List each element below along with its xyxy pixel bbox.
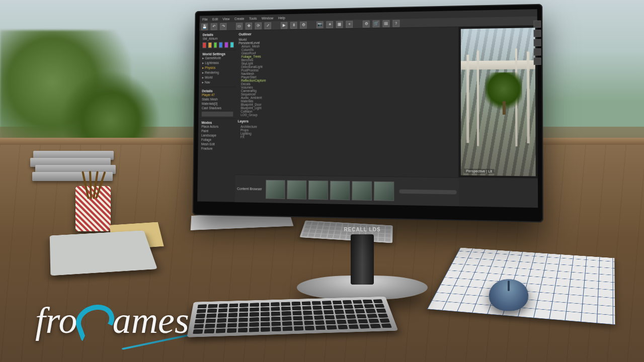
mode-item[interactable]: Mesh Edit [201,142,233,146]
select-icon[interactable]: ▭ [236,23,243,30]
layer-item[interactable]: FX [237,135,456,140]
save-icon[interactable]: 💾 [201,23,208,30]
world-settings-item[interactable]: ▸ Lightmass [202,60,234,65]
editor-screen: File Edit View Create Tools Window Help … [197,9,538,208]
menu-window[interactable]: Window [262,16,274,20]
layout-icon[interactable] [533,21,541,28]
layers-list[interactable]: ArchitecturePropsLightingFX [237,125,456,140]
details2-target: Player 47 [202,93,233,97]
timeline-scrub[interactable] [399,189,456,194]
details-row[interactable]: Materials[0] [202,102,233,106]
color-swatch[interactable] [213,42,217,48]
world-settings-panel[interactable]: World Settings ▸ GameMode▸ Lightmass▸ Ph… [199,50,237,87]
source-icon[interactable]: ▤ [382,20,389,27]
outliner-tree[interactable]: WorldPersistentLevelAtrium_MeshColumnsGl… [238,35,456,117]
viewport-container: Perspective | Lit [459,26,538,178]
world-settings-item[interactable]: ▸ Physics [202,65,234,70]
scene-tree [485,72,522,114]
drawing-tablet [50,230,157,276]
menu-view[interactable]: View [222,17,229,21]
details-panel[interactable]: Details SM_Atrium [200,31,237,51]
monitor-bezel: File Edit View Create Tools Window Help … [192,4,543,223]
history-icon[interactable] [534,39,541,47]
layers-title: Layers [238,120,456,124]
pause-icon[interactable]: ⏸ [290,22,297,29]
details-row[interactable]: Cast Shadows [202,106,233,110]
asset-thumbnail[interactable] [308,180,328,200]
rotate-icon[interactable]: ⟳ [255,22,262,29]
asset-thumbnail[interactable] [287,180,306,199]
build-icon[interactable]: ⚙ [300,21,307,28]
scene-column [527,51,530,143]
details-row[interactable]: Static Mesh [202,97,233,102]
stats-icon[interactable] [534,48,541,56]
scene-root: File Edit View Create Tools Window Help … [0,0,644,362]
content-browser-label: Content Browser [237,187,262,191]
mouse [488,279,530,311]
right-side-panel: Details SM_Atrium World Settings ▸ GameM… [197,31,237,202]
settings-icon[interactable]: ⚙ [363,20,370,27]
logo-text-1: fro [35,299,77,342]
menu-tools[interactable]: Tools [249,17,257,20]
light-icon[interactable]: ☀ [326,21,333,28]
color-swatches[interactable] [202,42,234,48]
asset-thumbnail[interactable] [374,181,394,201]
menu-help[interactable]: Help [278,16,285,20]
help-icon[interactable]: ? [392,20,399,27]
color-swatch[interactable] [202,42,206,48]
menu-file[interactable]: File [202,18,208,21]
menu-create[interactable]: Create [234,17,245,20]
viewport-mode-label[interactable]: Perspective | Lit [464,168,494,173]
mode-item[interactable]: Fracture [201,146,233,151]
asset-thumbnail[interactable] [352,181,372,201]
color-swatch[interactable] [224,42,228,48]
redo-icon[interactable]: ↷ [220,23,226,30]
move-icon[interactable]: ✥ [246,22,252,29]
logo-text-2: ames [113,299,189,342]
play-icon[interactable]: ▶ [281,22,287,29]
monitor-brand-label: RECALL LDS [344,227,380,232]
mode-item[interactable]: Foliage [201,137,233,142]
mode-item[interactable]: Paint [201,129,233,133]
profiler-icon[interactable] [534,58,541,65]
color-swatch[interactable] [230,42,233,48]
viewport-3d[interactable]: Perspective | Lit [461,28,536,176]
menu-edit[interactable]: Edit [212,17,218,21]
grid-icon[interactable]: ▦ [336,21,343,28]
content-browser[interactable]: Content Browser [235,174,459,206]
logo-swirl-icon [73,303,117,338]
details-input[interactable] [202,112,233,117]
modes-panel[interactable]: Modes Place ActorsPaintLandscapeFoliageM… [198,119,236,203]
monitor-stand [351,234,374,285]
outliner-item[interactable]: Collision [238,110,456,113]
asset-thumbnails[interactable] [266,179,394,201]
mode-item[interactable]: Landscape [201,133,233,138]
undo-icon[interactable]: ↶ [211,23,217,30]
asset-thumbnail[interactable] [266,179,285,199]
right-icon-strip [533,21,541,65]
layers-icon[interactable] [533,30,541,37]
outliner-item[interactable]: LOD_Group [238,113,456,117]
camera-icon[interactable]: 📷 [316,21,324,28]
pencil-cup [75,186,111,231]
color-swatch[interactable] [219,42,222,48]
world-settings-item[interactable]: ▸ Rendering [202,70,234,75]
scene-column [477,51,479,146]
world-settings-list[interactable]: ▸ GameMode▸ Lightmass▸ Physics▸ Renderin… [202,55,234,85]
marketplace-icon[interactable]: 🛒 [373,20,380,27]
world-settings-item[interactable]: ▸ World [202,75,234,80]
outliner-panel[interactable]: Outliner WorldPersistentLevelAtrium_Mesh… [235,27,459,177]
asset-thumbnail[interactable] [330,180,350,200]
keyboard [187,297,398,337]
snap-icon[interactable]: ⌖ [346,21,353,28]
details2-panel[interactable]: Details Player 47 Static MeshMaterials[0… [199,87,236,119]
details-target: SM_Atrium [203,36,234,41]
world-settings-item[interactable]: ▸ Nav [202,80,234,85]
scale-icon[interactable]: ⤢ [265,22,271,29]
color-swatch[interactable] [208,42,211,48]
scene-beam [461,60,535,70]
frogames-logo: fro ames [35,299,189,342]
mode-item[interactable]: Place Actors [201,124,233,129]
monitor: File Edit View Create Tools Window Help … [186,7,538,218]
scene-column [467,55,469,143]
